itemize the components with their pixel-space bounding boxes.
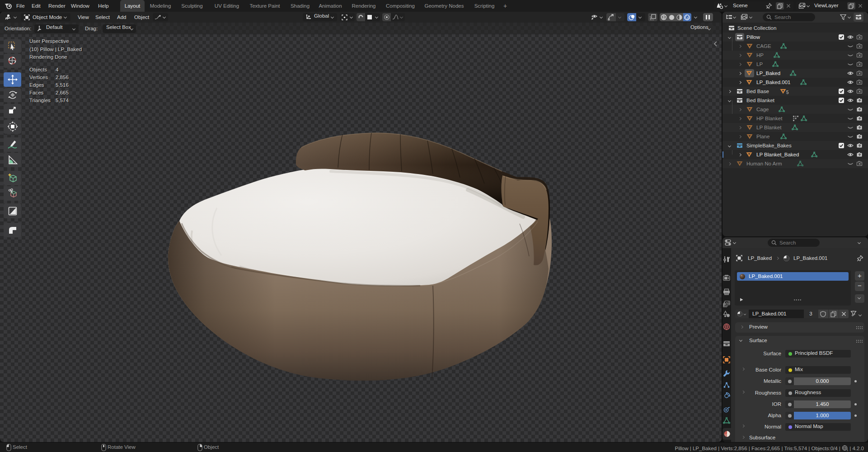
- svg-text:1: 1: [847, 448, 849, 452]
